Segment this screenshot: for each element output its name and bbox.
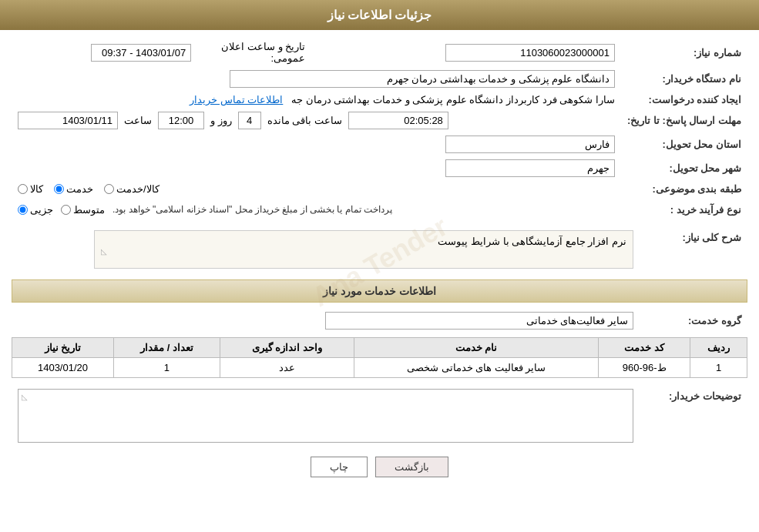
city-label: شهر محل تحویل: — [621, 156, 747, 180]
radio-khedmat-input[interactable] — [54, 184, 64, 194]
info-grid: شماره نیاز: 1103060023000001 تاریخ و ساع… — [12, 38, 747, 221]
print-button[interactable]: چاپ — [311, 457, 368, 477]
radio-kala-khedmat[interactable]: کالا/خدمت — [104, 183, 160, 195]
creator-value: سارا شکوهی فرد کاربرداز دانشگاه علوم پزش… — [12, 91, 621, 109]
announce-date-label: تاریخ و ساعت اعلان عمومی: — [197, 38, 321, 67]
buyer-org-label: نام دستگاه خریدار: — [621, 67, 747, 91]
table-row: 1ط-96-960سایر فعالیت های خدماتی شخصیعدد1… — [12, 358, 747, 378]
back-button[interactable]: بازگشت — [375, 457, 448, 477]
buyer-desc-label: توضیحات خریدار: — [640, 386, 747, 446]
radio-motavasset-input[interactable] — [61, 205, 71, 215]
radio-jozi[interactable]: جزیی — [18, 204, 53, 216]
col-service-name: نام خدمت — [354, 338, 598, 358]
deadline-time-label: ساعت — [124, 115, 152, 126]
khedmat-label: خدمت — [66, 183, 93, 195]
buyer-desc-label-text: توضیحات خریدار: — [669, 390, 741, 402]
services-section-title: اطلاعات خدمات مورد نیاز — [12, 279, 747, 303]
cell-unit: عدد — [220, 358, 354, 378]
deadline-row: 02:05:28 ساعت باقی مانده 4 روز و 12:00 س… — [18, 112, 615, 129]
radio-khedmat[interactable]: خدمت — [54, 183, 93, 195]
need-description-label: شرح کلی نیاز: — [640, 227, 747, 272]
creator-text: سارا شکوهی فرد کاربرداز دانشگاه علوم پزش… — [291, 94, 615, 105]
row-buyer-desc: توضیحات خریدار: ◺ — [12, 386, 747, 446]
col-unit: واحد اندازه گیری — [220, 338, 354, 358]
row-purchase-type: نوع فرآیند خرید : پرداخت تمام یا بخشی از… — [12, 198, 747, 221]
deadline-label: مهلت ارسال پاسخ: تا تاریخ: — [621, 109, 747, 132]
need-description-text: نرم افزار جامع آزمایشگاهی با شرایط پیوست — [438, 236, 626, 247]
kala-label: کالا — [30, 183, 43, 195]
need-description-value-cell: نرم افزار جامع آزمایشگاهی با شرایط پیوست… — [12, 227, 640, 272]
cell-date: 1403/01/20 — [12, 358, 114, 378]
need-description-box: نرم افزار جامع آزمایشگاهی با شرایط پیوست… — [94, 230, 633, 269]
col-date: تاریخ نیاز — [12, 338, 114, 358]
buyer-desc-box[interactable]: ◺ — [18, 389, 633, 443]
need-description-label-text: شرح کلی نیاز: — [682, 232, 741, 243]
deadline-days-label: روز و — [210, 115, 232, 126]
cell-row_num: 1 — [690, 358, 747, 378]
province-input: فارس — [445, 136, 615, 153]
purchase-type-value: پرداخت تمام یا بخشی از مبلغ خریداز محل "… — [12, 198, 621, 221]
deadline-date-input: 1403/01/11 — [18, 112, 118, 129]
row-buyer-org: نام دستگاه خریدار: دانشگاه علوم پزشکی و … — [12, 67, 747, 91]
page-wrapper: جزئیات اطلاعات نیاز Ana Tender شماره نیا… — [0, 0, 759, 532]
jozi-label: جزیی — [30, 204, 53, 216]
col-service-code: کد خدمت — [599, 338, 690, 358]
row-need-number: شماره نیاز: 1103060023000001 تاریخ و ساع… — [12, 38, 747, 67]
radio-jozi-input[interactable] — [18, 205, 28, 215]
province-value: فارس — [12, 132, 621, 156]
cell-service_code: ط-96-960 — [599, 358, 690, 378]
need-number-input: 1103060023000001 — [445, 44, 615, 62]
service-group-value-cell: سایر فعالیت‌های خدماتی — [12, 309, 640, 333]
services-table-header: ردیف کد خدمت نام خدمت واحد اندازه گیری ت… — [12, 338, 747, 358]
cell-service_name: سایر فعالیت های خدماتی شخصی — [354, 358, 598, 378]
radio-kala-input[interactable] — [18, 184, 28, 194]
row-category: طبقه بندی موضوعی: کالا/خدمت خدمت کالا — [12, 180, 747, 198]
row-creator: ایجاد کننده درخواست: سارا شکوهی فرد کارب… — [12, 91, 747, 109]
description-grid: شرح کلی نیاز: نرم افزار جامع آزمایشگاهی … — [12, 227, 747, 272]
city-input: جهرم — [445, 159, 615, 177]
purchase-type-label: نوع فرآیند خرید : — [621, 198, 747, 221]
deadline-days-input: 4 — [238, 112, 261, 129]
cell-quantity: 1 — [113, 358, 220, 378]
resize-handle: ◺ — [101, 247, 626, 256]
services-table: ردیف کد خدمت نام خدمت واحد اندازه گیری ت… — [12, 337, 747, 378]
row-province: استان محل تحویل: فارس — [12, 132, 747, 156]
deadline-remaining-label: ساعت باقی مانده — [267, 115, 342, 126]
radio-kala-khedmat-input[interactable] — [104, 184, 114, 194]
buttons-row: بازگشت چاپ — [12, 457, 747, 477]
buyer-desc-grid: توضیحات خریدار: ◺ — [12, 386, 747, 446]
service-group-grid: گروه خدمت: سایر فعالیت‌های خدماتی — [12, 309, 747, 333]
service-group-input: سایر فعالیت‌های خدماتی — [325, 312, 633, 330]
announce-date-value: 1403/01/07 - 09:37 — [12, 38, 197, 67]
announce-date-input: 1403/01/07 - 09:37 — [91, 44, 191, 62]
deadline-time-input: 12:00 — [158, 112, 204, 129]
buyer-desc-value-cell: ◺ — [12, 386, 640, 446]
province-label: استان محل تحویل: — [621, 132, 747, 156]
creator-label: ایجاد کننده درخواست: — [621, 91, 747, 109]
radio-kala[interactable]: کالا — [18, 183, 43, 195]
row-deadline: مهلت ارسال پاسخ: تا تاریخ: 02:05:28 ساعت… — [12, 109, 747, 132]
buyer-desc-resize: ◺ — [22, 393, 630, 401]
kala-khedmat-label: کالا/خدمت — [116, 183, 160, 195]
need-number-label: شماره نیاز: — [621, 38, 747, 67]
category-label: طبقه بندی موضوعی: — [621, 180, 747, 198]
services-header-row: ردیف کد خدمت نام خدمت واحد اندازه گیری ت… — [12, 338, 747, 358]
need-number-value: 1103060023000001 — [321, 38, 621, 67]
row-city: شهر محل تحویل: جهرم — [12, 156, 747, 180]
row-service-group: گروه خدمت: سایر فعالیت‌های خدماتی — [12, 309, 747, 333]
page-header: جزئیات اطلاعات نیاز — [0, 0, 759, 30]
city-value: جهرم — [12, 156, 621, 180]
buyer-org-value: دانشگاه علوم پزشکی و خدمات بهداشتی درمان… — [12, 67, 621, 91]
creator-link[interactable]: اطلاعات تماس خریدار — [190, 94, 283, 105]
main-content: Ana Tender شماره نیاز: 1103060023000001 … — [0, 30, 759, 493]
col-quantity: تعداد / مقدار — [113, 338, 220, 358]
radio-motavasset[interactable]: متوسط — [61, 204, 105, 216]
category-radio-group: کالا/خدمت خدمت کالا — [18, 183, 615, 195]
page-title: جزئیات اطلاعات نیاز — [327, 8, 432, 22]
purchase-type-notice: پرداخت تمام یا بخشی از مبلغ خریداز محل "… — [113, 201, 392, 218]
category-options: کالا/خدمت خدمت کالا — [12, 180, 621, 198]
deadline-value: 02:05:28 ساعت باقی مانده 4 روز و 12:00 س… — [12, 109, 621, 132]
motavasset-label: متوسط — [73, 204, 105, 216]
col-row-num: ردیف — [690, 338, 747, 358]
service-group-label: گروه خدمت: — [640, 309, 747, 333]
